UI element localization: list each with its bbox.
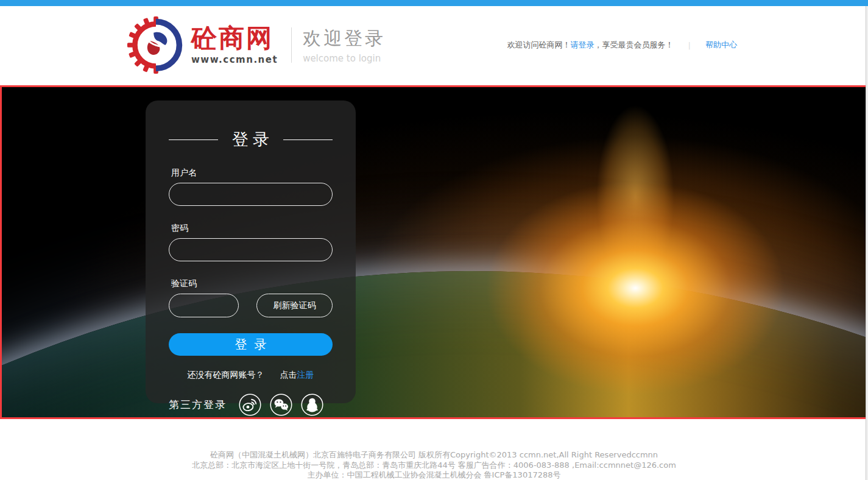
site-logo[interactable]: 砼商网 www.ccmn.net 欢迎登录 welcome to login [127, 16, 386, 74]
login-title-row: 登录 [169, 129, 333, 150]
hero-banner: 登录 用户名 密码 验证码 刷新验证码 登录 还没有砼商网账号？点击注册 第三方… [0, 85, 868, 419]
welcome-text-suffix: ，享受最贵会员服务！ [595, 40, 674, 51]
social-login-buttons [239, 394, 323, 416]
qq-icon[interactable] [301, 394, 323, 416]
login-panel: 登录 用户名 密码 验证码 刷新验证码 登录 还没有砼商网账号？点击注册 第三方… [146, 101, 356, 403]
username-label: 用户名 [171, 168, 333, 178]
sunrise-glow [422, 136, 849, 419]
captcha-label: 验证码 [171, 278, 333, 289]
weibo-icon[interactable] [239, 394, 261, 416]
third-party-login-row: 第三方登录 [169, 394, 333, 416]
password-label: 密码 [171, 223, 333, 234]
top-accent-bar [0, 0, 868, 6]
footer-copyright-line: 砼商网（中国混凝土机械网）北京百施特电子商务有限公司 版权所有Copyright… [0, 450, 868, 461]
register-action-prefix: 点击 [280, 370, 297, 379]
page-subtitle: welcome to login [303, 53, 386, 64]
captcha-row: 刷新验证码 [169, 294, 333, 317]
footer-organizer-line: 主办单位：中国工程机械工业协会混凝土机械分会 鲁ICP备13017288号 [0, 470, 868, 480]
header-links: 欢迎访问砼商网！ 请登录 ，享受最贵会员服务！ | 帮助中心 [507, 40, 737, 51]
refresh-captcha-button[interactable]: 刷新验证码 [256, 294, 333, 317]
login-page: 砼商网 www.ccmn.net 欢迎登录 welcome to login 欢… [0, 0, 868, 480]
header: 砼商网 www.ccmn.net 欢迎登录 welcome to login 欢… [0, 6, 868, 85]
captcha-input[interactable] [169, 294, 239, 317]
brand-name: 砼商网 [191, 25, 278, 52]
title-rule-left [169, 139, 218, 140]
wechat-icon[interactable] [270, 394, 292, 416]
gear-globe-logo-icon [127, 16, 185, 74]
register-row: 还没有砼商网账号？点击注册 [169, 370, 333, 381]
username-input[interactable] [169, 183, 333, 206]
help-center-link[interactable]: 帮助中心 [705, 40, 737, 51]
brand-domain: www.ccmn.net [191, 54, 278, 65]
login-title: 登录 [228, 129, 273, 150]
welcome-text-prefix: 欢迎访问砼商网！ [507, 40, 571, 51]
footer: 砼商网（中国混凝土机械网）北京百施特电子商务有限公司 版权所有Copyright… [0, 419, 868, 480]
password-input[interactable] [169, 238, 333, 261]
logo-divider [291, 27, 292, 63]
please-login-link[interactable]: 请登录 [571, 40, 595, 51]
third-party-label: 第三方登录 [169, 398, 227, 412]
header-divider: | [688, 41, 691, 50]
register-link[interactable]: 注册 [297, 370, 314, 379]
title-rule-right [283, 139, 333, 140]
page-title: 欢迎登录 [303, 26, 386, 51]
footer-contact-line: 北京总部：北京市海淀区上地十街一号院，青岛总部：青岛市重庆北路44号 客服广告合… [0, 461, 868, 471]
scrollbar[interactable] [866, 6, 868, 480]
register-prompt: 还没有砼商网账号？ [188, 370, 264, 379]
login-button[interactable]: 登录 [169, 333, 333, 356]
